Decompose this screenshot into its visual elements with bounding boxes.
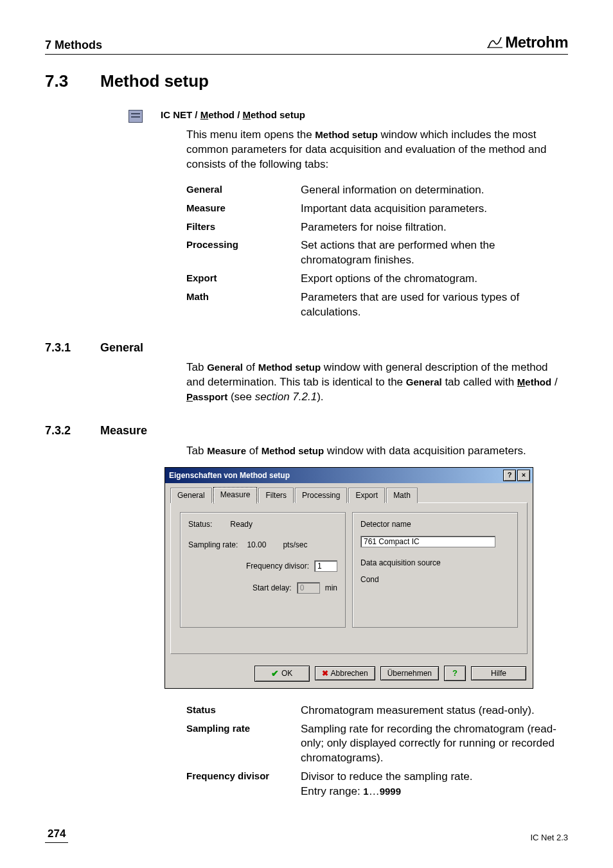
- check-icon: ✔: [271, 668, 279, 680]
- measure-left-group: Status: Ready Sampling rate: 10.00 pts/s…: [180, 512, 346, 628]
- measure-paragraph: Tab Measure of Method setup window with …: [186, 444, 568, 459]
- start-delay-input: [297, 582, 320, 594]
- ok-button[interactable]: ✔ OK: [254, 666, 310, 682]
- sampling-rate-label: Sampling rate:: [188, 540, 238, 550]
- tab-export[interactable]: Export: [348, 488, 385, 502]
- table-row: StatusChromatogram measurement status (r…: [186, 702, 568, 720]
- tab-math[interactable]: Math: [386, 488, 418, 502]
- dialog-help-icon[interactable]: ?: [503, 470, 516, 481]
- tab-panel-measure: Status: Ready Sampling rate: 10.00 pts/s…: [170, 502, 528, 654]
- dialog-title: Eigenschaften von Method setup: [169, 470, 290, 481]
- chapter-header: 7 Methods: [45, 37, 102, 53]
- product-footer: IC Net 2.3: [530, 832, 568, 844]
- table-row: MathParameters that are used for various…: [186, 288, 568, 322]
- tab-desc-cell: General information on determination.: [301, 181, 568, 200]
- cancel-button[interactable]: ✖Abbrechen: [315, 666, 375, 680]
- table-row: FiltersParameters for noise filtration.: [186, 218, 568, 237]
- table-row: ProcessingSet actions that are performed…: [186, 236, 568, 270]
- daq-source-value: Cond: [360, 574, 379, 585]
- help-button[interactable]: Hilfe: [471, 666, 526, 680]
- measure-right-group: Detector name Data acquisition source Co…: [352, 512, 518, 628]
- brand-logo: Metrohm: [487, 32, 568, 53]
- tab-desc-cell: Set actions that are performed when the …: [301, 236, 568, 270]
- field-desc-cell: Chromatogram measurement status (read-on…: [301, 702, 568, 720]
- dialog-close-icon[interactable]: ×: [517, 470, 530, 481]
- tab-name-cell: Math: [186, 288, 301, 322]
- dialog-tabstrip: GeneralMeasureFiltersProcessingExportMat…: [170, 487, 528, 502]
- detector-name-input[interactable]: [360, 536, 495, 547]
- table-row: Frequency divisorDivisor to reduce the s…: [186, 768, 568, 801]
- frequency-divisor-label: Frequency divisor:: [246, 561, 309, 571]
- method-setup-icon: [129, 110, 143, 123]
- table-row: ExportExport options of the chromatogram…: [186, 270, 568, 288]
- start-delay-unit: min: [325, 583, 337, 593]
- tab-general[interactable]: General: [170, 488, 212, 502]
- tab-desc-cell: Export options of the chromatogram.: [301, 270, 568, 288]
- status-label: Status:: [188, 519, 212, 529]
- start-delay-label: Start delay:: [253, 583, 292, 593]
- sampling-rate-unit: pts/sec: [283, 540, 307, 550]
- fields-description-table: StatusChromatogram measurement status (r…: [186, 702, 568, 802]
- table-row: GeneralGeneral information on determinat…: [186, 181, 568, 200]
- method-setup-dialog: Eigenschaften von Method setup ? × Gener…: [164, 467, 533, 688]
- tab-desc-cell: Important data acquisition parameters.: [301, 200, 568, 218]
- subsection-7-3-1: 7.3.1General: [45, 340, 568, 355]
- tab-desc-cell: Parameters for noise filtration.: [301, 218, 568, 237]
- apply-button[interactable]: Übernehmen: [380, 666, 439, 680]
- general-paragraph: Tab General of Method setup window with …: [186, 360, 568, 405]
- tab-desc-cell: Parameters that are used for various typ…: [301, 288, 568, 322]
- tab-name-cell: Processing: [186, 236, 301, 270]
- field-name-cell: Status: [186, 702, 301, 720]
- tab-processing[interactable]: Processing: [295, 488, 347, 502]
- tab-name-cell: Export: [186, 270, 301, 288]
- x-icon: ✖: [322, 668, 328, 678]
- metrohm-logo-icon: [487, 36, 502, 49]
- context-help-button[interactable]: ?: [444, 666, 466, 681]
- tabs-description-table: GeneralGeneral information on determinat…: [186, 181, 568, 323]
- field-name-cell: Frequency divisor: [186, 768, 301, 801]
- table-row: MeasureImportant data acquisition parame…: [186, 200, 568, 218]
- detector-name-label: Detector name: [360, 519, 411, 529]
- page-number: 274: [45, 827, 68, 843]
- status-value: Ready: [230, 519, 253, 529]
- breadcrumb: IC NET / Method / Method setup: [161, 109, 568, 121]
- intro-paragraph: This menu item opens the Method setup wi…: [186, 128, 568, 172]
- field-desc-cell: Sampling rate for recording the chromato…: [301, 720, 568, 768]
- dialog-titlebar[interactable]: Eigenschaften von Method setup ? ×: [165, 468, 533, 483]
- section-heading: 7.3Method setup: [45, 70, 568, 93]
- tab-name-cell: Measure: [186, 200, 301, 218]
- question-icon: ?: [452, 668, 458, 679]
- sampling-rate-value: 10.00: [247, 540, 266, 550]
- table-row: Sampling rateSampling rate for recording…: [186, 720, 568, 768]
- dialog-button-row: ✔ OK ✖Abbrechen Übernehmen ? Hilfe: [165, 660, 533, 688]
- tab-name-cell: Filters: [186, 218, 301, 237]
- field-name-cell: Sampling rate: [186, 720, 301, 768]
- frequency-divisor-input[interactable]: [314, 560, 337, 572]
- daq-source-label: Data acquisition source: [360, 558, 441, 568]
- subsection-7-3-2: 7.3.2Measure: [45, 423, 568, 438]
- tab-name-cell: General: [186, 181, 301, 200]
- tab-filters[interactable]: Filters: [258, 488, 294, 502]
- field-desc-cell: Divisor to reduce the sampling rate.Entr…: [301, 768, 568, 801]
- tab-measure[interactable]: Measure: [213, 487, 258, 503]
